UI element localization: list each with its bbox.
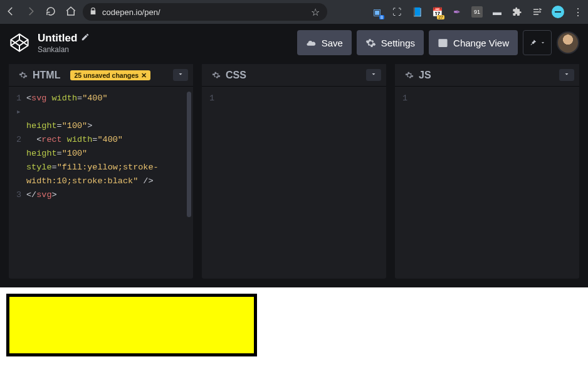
chevron-down-icon[interactable] xyxy=(173,69,188,81)
change-view-label: Change View xyxy=(453,38,509,48)
reload-icon[interactable] xyxy=(45,6,56,19)
extensions-puzzle-icon[interactable] xyxy=(512,6,523,18)
extension-icon[interactable]: ▬ xyxy=(491,6,503,18)
js-panel: JS 1 xyxy=(395,64,579,279)
extension-icon[interactable]: ▣8 xyxy=(371,6,382,18)
pen-title-block: Untitled Sankalan xyxy=(38,32,90,54)
css-tab-label: CSS xyxy=(226,70,246,81)
gear-icon[interactable] xyxy=(19,71,28,80)
extension-icon[interactable]: 📘 xyxy=(411,6,423,18)
editors-row: HTML 25 unsaved changes ✕ 1 ▸ <svg width… xyxy=(0,62,588,287)
html-tab[interactable]: HTML xyxy=(14,67,65,83)
codepen-header: Untitled Sankalan Save Settings Change V… xyxy=(0,24,588,62)
unsaved-badge[interactable]: 25 unsaved changes ✕ xyxy=(70,70,150,80)
js-tab[interactable]: JS xyxy=(400,67,436,83)
browser-toolbar: codepen.io/pen/ ☆ ▣8 ⛶ 📘 📅27 ✒ 91 ▬ ⋮ xyxy=(0,0,588,24)
save-label: Save xyxy=(322,38,343,48)
chevron-down-icon[interactable] xyxy=(559,69,574,81)
settings-label: Settings xyxy=(381,38,415,48)
output-preview xyxy=(0,287,588,369)
js-editor[interactable]: 1 xyxy=(395,87,579,279)
css-panel-header: CSS xyxy=(202,64,386,87)
save-button[interactable]: Save xyxy=(297,30,352,55)
close-icon[interactable]: ✕ xyxy=(141,72,147,79)
chrome-menu-icon[interactable]: ⋮ xyxy=(573,6,583,18)
forward-icon[interactable] xyxy=(25,6,36,19)
header-actions: Save Settings Change View xyxy=(297,30,579,55)
rendered-rect xyxy=(6,294,257,356)
url-text: codepen.io/pen/ xyxy=(102,8,160,17)
pen-title[interactable]: Untitled xyxy=(38,32,77,45)
css-panel: CSS 1 xyxy=(202,64,386,279)
change-view-button[interactable]: Change View xyxy=(429,30,518,55)
nav-buttons xyxy=(5,6,76,19)
html-editor[interactable]: 1 ▸ <svg width="400" height="100"> 2 <re… xyxy=(9,87,193,279)
svg-rect-0 xyxy=(439,39,447,46)
extensions-row: ▣8 ⛶ 📘 📅27 ✒ 91 ▬ ⋮ xyxy=(371,6,583,18)
extension-icon[interactable]: ✒ xyxy=(451,6,463,18)
extension-icon[interactable] xyxy=(532,6,543,18)
gear-icon[interactable] xyxy=(212,71,221,80)
back-icon[interactable] xyxy=(5,6,16,19)
js-panel-header: JS xyxy=(395,64,579,87)
html-tab-label: HTML xyxy=(33,70,60,81)
rendered-svg xyxy=(6,294,257,356)
extension-icon[interactable] xyxy=(552,6,564,18)
html-panel-header: HTML 25 unsaved changes ✕ xyxy=(9,64,193,87)
css-tab[interactable]: CSS xyxy=(207,67,251,83)
gear-icon[interactable] xyxy=(405,71,414,80)
pen-author[interactable]: Sankalan xyxy=(38,45,90,54)
calendar-extension-icon[interactable]: 📅27 xyxy=(431,6,443,18)
address-bar[interactable]: codepen.io/pen/ ☆ xyxy=(83,3,327,21)
extension-icon[interactable]: 91 xyxy=(471,6,483,18)
edit-title-icon[interactable] xyxy=(81,32,90,45)
js-tab-label: JS xyxy=(419,70,431,81)
lock-icon xyxy=(89,7,97,17)
settings-button[interactable]: Settings xyxy=(357,30,424,55)
star-icon[interactable]: ☆ xyxy=(311,6,320,18)
html-panel: HTML 25 unsaved changes ✕ 1 ▸ <svg width… xyxy=(9,64,193,279)
pin-button[interactable] xyxy=(523,30,552,55)
scrollbar-thumb[interactable] xyxy=(187,92,191,217)
extension-icon[interactable]: ⛶ xyxy=(391,6,402,18)
home-icon[interactable] xyxy=(65,6,76,19)
css-editor[interactable]: 1 xyxy=(202,87,386,279)
chevron-down-icon[interactable] xyxy=(366,69,381,81)
codepen-logo-icon[interactable] xyxy=(9,32,30,53)
avatar[interactable] xyxy=(557,31,579,54)
